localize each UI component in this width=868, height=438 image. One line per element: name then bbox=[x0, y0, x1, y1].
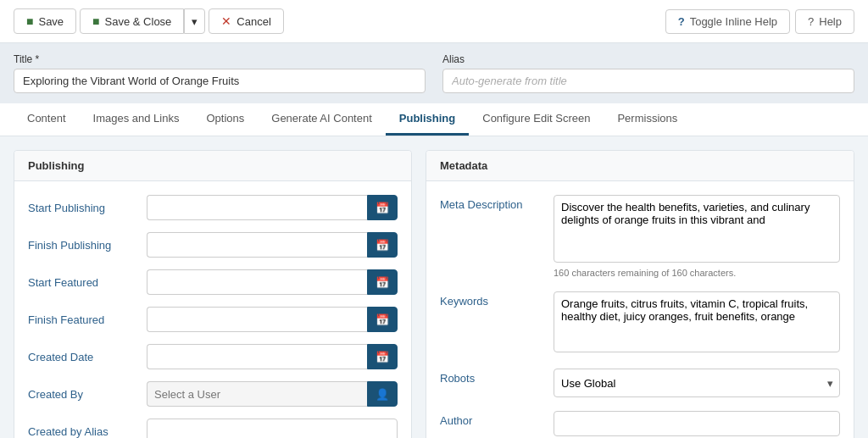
calendar-icon: 📅 bbox=[376, 202, 389, 214]
publishing-panel: Publishing Start Publishing 📅 Finish Pub… bbox=[14, 150, 412, 438]
title-input[interactable] bbox=[14, 69, 426, 93]
toolbar-right: ? Toggle Inline Help ? Help bbox=[665, 9, 854, 34]
chevron-down-icon: ▾ bbox=[192, 15, 198, 28]
meta-description-textarea[interactable]: Discover the health benefits, varieties,… bbox=[554, 195, 840, 263]
toolbar: ■ Save ■ Save & Close ▾ ✕ Cancel ? Toggl… bbox=[0, 0, 868, 43]
publishing-panel-body: Start Publishing 📅 Finish Publishing 📅 bbox=[14, 181, 411, 438]
start-featured-calendar-button[interactable]: 📅 bbox=[367, 269, 398, 295]
robots-select[interactable]: Use Global Index, Follow No Index, No Fo… bbox=[554, 369, 840, 397]
tabs-bar: Content Images and Links Options Generat… bbox=[0, 103, 868, 136]
select-user-input[interactable] bbox=[147, 381, 367, 407]
robots-row: Robots Use Global Index, Follow No Index… bbox=[440, 369, 840, 397]
created-by-alias-label: Created by Alias bbox=[28, 425, 138, 438]
tab-options[interactable]: Options bbox=[192, 103, 258, 136]
author-control bbox=[554, 411, 840, 436]
finish-featured-calendar-button[interactable]: 📅 bbox=[367, 307, 398, 332]
save-close-icon: ■ bbox=[92, 14, 99, 28]
select-user-button[interactable]: 👤 bbox=[367, 381, 398, 407]
start-publishing-calendar-button[interactable]: 📅 bbox=[367, 195, 398, 220]
created-date-calendar-button[interactable]: 📅 bbox=[367, 344, 398, 369]
created-date-control: 📅 bbox=[147, 344, 398, 369]
toggle-inline-help-button[interactable]: ? Toggle Inline Help bbox=[665, 9, 790, 34]
calendar-icon: 📅 bbox=[376, 276, 389, 289]
save-label: Save bbox=[38, 15, 64, 28]
user-icon: 👤 bbox=[376, 388, 389, 401]
finish-publishing-label: Finish Publishing bbox=[28, 239, 138, 252]
start-publishing-row: Start Publishing 📅 bbox=[28, 195, 398, 220]
author-label: Author bbox=[440, 411, 542, 427]
toggle-inline-help-label: Toggle Inline Help bbox=[690, 15, 777, 28]
start-publishing-label: Start Publishing bbox=[28, 202, 138, 214]
created-by-alias-control bbox=[147, 419, 398, 438]
created-date-label: Created Date bbox=[28, 351, 138, 363]
publishing-panel-title: Publishing bbox=[28, 159, 84, 172]
start-featured-label: Start Featured bbox=[28, 276, 138, 289]
finish-publishing-control: 📅 bbox=[147, 232, 398, 258]
author-row: Author bbox=[440, 411, 840, 436]
finish-publishing-calendar-button[interactable]: 📅 bbox=[367, 232, 398, 258]
finish-featured-input[interactable] bbox=[147, 307, 367, 332]
alias-field-group: Alias bbox=[442, 53, 854, 93]
metadata-panel-body: Meta Description Discover the health ben… bbox=[426, 181, 854, 438]
tab-publishing[interactable]: Publishing bbox=[386, 103, 469, 136]
save-close-group: ■ Save & Close ▾ bbox=[80, 8, 205, 34]
finish-publishing-row: Finish Publishing 📅 bbox=[28, 232, 398, 258]
robots-select-wrap: Use Global Index, Follow No Index, No Fo… bbox=[554, 369, 840, 397]
finish-featured-row: Finish Featured 📅 bbox=[28, 307, 398, 332]
metadata-panel-header: Metadata bbox=[426, 151, 854, 181]
finish-publishing-input[interactable] bbox=[147, 232, 367, 258]
meta-description-row: Meta Description Discover the health ben… bbox=[440, 195, 840, 278]
keywords-row: Keywords Orange fruits, citrus fruits, v… bbox=[440, 291, 840, 355]
main-content: Publishing Start Publishing 📅 Finish Pub… bbox=[0, 136, 868, 438]
save-close-button[interactable]: ■ Save & Close bbox=[80, 8, 184, 34]
alias-label: Alias bbox=[442, 53, 854, 65]
tab-permissions[interactable]: Permissions bbox=[604, 103, 691, 136]
meta-description-control: Discover the health benefits, varieties,… bbox=[554, 195, 840, 278]
calendar-icon: 📅 bbox=[376, 313, 389, 326]
created-date-input[interactable] bbox=[147, 344, 367, 369]
keywords-control: Orange fruits, citrus fruits, vitamin C,… bbox=[554, 291, 840, 355]
meta-description-label: Meta Description bbox=[440, 195, 542, 211]
created-by-alias-input[interactable] bbox=[147, 419, 398, 438]
toolbar-left: ■ Save ■ Save & Close ▾ ✕ Cancel bbox=[14, 8, 284, 34]
finish-featured-label: Finish Featured bbox=[28, 313, 138, 326]
help-button[interactable]: ? Help bbox=[795, 9, 854, 34]
start-publishing-control: 📅 bbox=[147, 195, 398, 220]
created-by-control: 👤 bbox=[147, 381, 398, 407]
title-label: Title * bbox=[14, 53, 426, 65]
tab-images-links[interactable]: Images and Links bbox=[80, 103, 193, 136]
author-input[interactable] bbox=[554, 411, 840, 436]
metadata-panel: Metadata Meta Description Discover the h… bbox=[426, 150, 854, 438]
help-label: Help bbox=[819, 15, 842, 28]
tab-configure-edit[interactable]: Configure Edit Screen bbox=[469, 103, 604, 136]
finish-featured-control: 📅 bbox=[147, 307, 398, 332]
calendar-icon: 📅 bbox=[376, 351, 389, 363]
start-featured-row: Start Featured 📅 bbox=[28, 269, 398, 295]
title-field-group: Title * bbox=[14, 53, 426, 93]
created-by-row: Created By 👤 bbox=[28, 381, 398, 407]
save-icon: ■ bbox=[26, 14, 33, 28]
alias-input[interactable] bbox=[442, 69, 854, 93]
save-button[interactable]: ■ Save bbox=[14, 8, 76, 34]
created-by-alias-row: Created by Alias bbox=[28, 419, 398, 438]
save-close-label: Save & Close bbox=[105, 15, 172, 28]
calendar-icon: 📅 bbox=[376, 239, 389, 252]
start-featured-control: 📅 bbox=[147, 269, 398, 295]
robots-control: Use Global Index, Follow No Index, No Fo… bbox=[554, 369, 840, 397]
tab-content[interactable]: Content bbox=[14, 103, 80, 136]
cancel-label: Cancel bbox=[236, 15, 270, 28]
publishing-panel-header: Publishing bbox=[14, 151, 411, 181]
help-circle-icon: ? bbox=[678, 15, 685, 28]
meta-description-char-count: 160 characters remaining of 160 characte… bbox=[554, 268, 840, 278]
keywords-textarea[interactable]: Orange fruits, citrus fruits, vitamin C,… bbox=[554, 291, 840, 352]
cancel-button[interactable]: ✕ Cancel bbox=[209, 8, 283, 34]
created-by-label: Created By bbox=[28, 388, 138, 401]
robots-label: Robots bbox=[440, 369, 542, 385]
tab-generate-ai[interactable]: Generate AI Content bbox=[258, 103, 386, 136]
start-featured-input[interactable] bbox=[147, 269, 367, 295]
title-alias-row: Title * Alias bbox=[0, 43, 868, 103]
question-icon: ? bbox=[808, 15, 814, 28]
save-dropdown-button[interactable]: ▾ bbox=[184, 8, 205, 34]
created-date-row: Created Date 📅 bbox=[28, 344, 398, 369]
start-publishing-input[interactable] bbox=[147, 195, 367, 220]
